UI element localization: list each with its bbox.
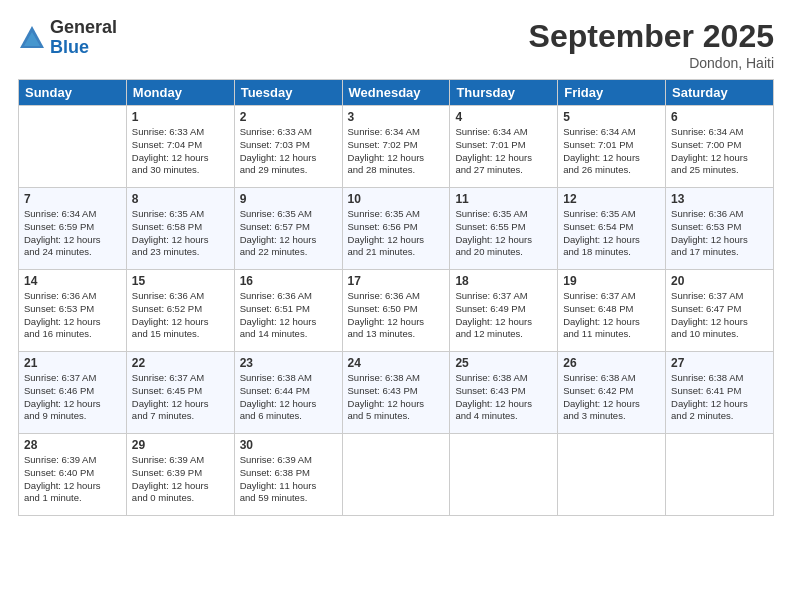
day-number: 9 [240, 192, 337, 206]
calendar-cell: 9Sunrise: 6:35 AM Sunset: 6:57 PM Daylig… [234, 188, 342, 270]
day-number: 25 [455, 356, 552, 370]
calendar-cell: 27Sunrise: 6:38 AM Sunset: 6:41 PM Dayli… [666, 352, 774, 434]
calendar-cell: 4Sunrise: 6:34 AM Sunset: 7:01 PM Daylig… [450, 106, 558, 188]
day-info: Sunrise: 6:37 AM Sunset: 6:45 PM Dayligh… [132, 372, 229, 423]
calendar-cell: 19Sunrise: 6:37 AM Sunset: 6:48 PM Dayli… [558, 270, 666, 352]
calendar-cell: 23Sunrise: 6:38 AM Sunset: 6:44 PM Dayli… [234, 352, 342, 434]
calendar-cell: 2Sunrise: 6:33 AM Sunset: 7:03 PM Daylig… [234, 106, 342, 188]
header-thursday: Thursday [450, 80, 558, 106]
day-number: 24 [348, 356, 445, 370]
calendar-cell: 7Sunrise: 6:34 AM Sunset: 6:59 PM Daylig… [19, 188, 127, 270]
calendar-cell: 1Sunrise: 6:33 AM Sunset: 7:04 PM Daylig… [126, 106, 234, 188]
day-info: Sunrise: 6:38 AM Sunset: 6:44 PM Dayligh… [240, 372, 337, 423]
day-number: 16 [240, 274, 337, 288]
calendar-cell: 26Sunrise: 6:38 AM Sunset: 6:42 PM Dayli… [558, 352, 666, 434]
header-saturday: Saturday [666, 80, 774, 106]
day-info: Sunrise: 6:39 AM Sunset: 6:40 PM Dayligh… [24, 454, 121, 505]
page: General Blue September 2025 Dondon, Hait… [0, 0, 792, 612]
day-number: 19 [563, 274, 660, 288]
calendar-cell: 17Sunrise: 6:36 AM Sunset: 6:50 PM Dayli… [342, 270, 450, 352]
day-number: 2 [240, 110, 337, 124]
day-info: Sunrise: 6:39 AM Sunset: 6:38 PM Dayligh… [240, 454, 337, 505]
day-info: Sunrise: 6:38 AM Sunset: 6:42 PM Dayligh… [563, 372, 660, 423]
calendar-week-4: 21Sunrise: 6:37 AM Sunset: 6:46 PM Dayli… [19, 352, 774, 434]
location: Dondon, Haiti [529, 55, 774, 71]
day-number: 30 [240, 438, 337, 452]
calendar-week-5: 28Sunrise: 6:39 AM Sunset: 6:40 PM Dayli… [19, 434, 774, 516]
weekday-header-row: Sunday Monday Tuesday Wednesday Thursday… [19, 80, 774, 106]
day-number: 7 [24, 192, 121, 206]
day-info: Sunrise: 6:37 AM Sunset: 6:48 PM Dayligh… [563, 290, 660, 341]
day-number: 10 [348, 192, 445, 206]
logo-text: General Blue [50, 18, 117, 58]
day-info: Sunrise: 6:34 AM Sunset: 7:01 PM Dayligh… [455, 126, 552, 177]
calendar-cell [450, 434, 558, 516]
calendar-cell: 8Sunrise: 6:35 AM Sunset: 6:58 PM Daylig… [126, 188, 234, 270]
day-number: 27 [671, 356, 768, 370]
calendar-cell: 29Sunrise: 6:39 AM Sunset: 6:39 PM Dayli… [126, 434, 234, 516]
logo: General Blue [18, 18, 117, 58]
day-info: Sunrise: 6:34 AM Sunset: 7:02 PM Dayligh… [348, 126, 445, 177]
calendar-cell: 21Sunrise: 6:37 AM Sunset: 6:46 PM Dayli… [19, 352, 127, 434]
day-info: Sunrise: 6:34 AM Sunset: 7:00 PM Dayligh… [671, 126, 768, 177]
day-number: 20 [671, 274, 768, 288]
day-number: 12 [563, 192, 660, 206]
day-info: Sunrise: 6:35 AM Sunset: 6:55 PM Dayligh… [455, 208, 552, 259]
day-info: Sunrise: 6:35 AM Sunset: 6:56 PM Dayligh… [348, 208, 445, 259]
day-info: Sunrise: 6:38 AM Sunset: 6:43 PM Dayligh… [348, 372, 445, 423]
day-info: Sunrise: 6:38 AM Sunset: 6:43 PM Dayligh… [455, 372, 552, 423]
day-info: Sunrise: 6:36 AM Sunset: 6:52 PM Dayligh… [132, 290, 229, 341]
month-title: September 2025 [529, 18, 774, 55]
day-info: Sunrise: 6:36 AM Sunset: 6:50 PM Dayligh… [348, 290, 445, 341]
calendar-week-3: 14Sunrise: 6:36 AM Sunset: 6:53 PM Dayli… [19, 270, 774, 352]
calendar-cell: 15Sunrise: 6:36 AM Sunset: 6:52 PM Dayli… [126, 270, 234, 352]
calendar-cell: 6Sunrise: 6:34 AM Sunset: 7:00 PM Daylig… [666, 106, 774, 188]
day-number: 6 [671, 110, 768, 124]
day-info: Sunrise: 6:37 AM Sunset: 6:46 PM Dayligh… [24, 372, 121, 423]
calendar-week-1: 1Sunrise: 6:33 AM Sunset: 7:04 PM Daylig… [19, 106, 774, 188]
day-number: 26 [563, 356, 660, 370]
calendar-cell: 22Sunrise: 6:37 AM Sunset: 6:45 PM Dayli… [126, 352, 234, 434]
calendar-cell: 20Sunrise: 6:37 AM Sunset: 6:47 PM Dayli… [666, 270, 774, 352]
calendar-cell: 16Sunrise: 6:36 AM Sunset: 6:51 PM Dayli… [234, 270, 342, 352]
calendar-cell: 10Sunrise: 6:35 AM Sunset: 6:56 PM Dayli… [342, 188, 450, 270]
header-sunday: Sunday [19, 80, 127, 106]
header-friday: Friday [558, 80, 666, 106]
day-info: Sunrise: 6:33 AM Sunset: 7:04 PM Dayligh… [132, 126, 229, 177]
calendar-cell [342, 434, 450, 516]
day-number: 17 [348, 274, 445, 288]
day-info: Sunrise: 6:33 AM Sunset: 7:03 PM Dayligh… [240, 126, 337, 177]
day-number: 23 [240, 356, 337, 370]
day-info: Sunrise: 6:36 AM Sunset: 6:51 PM Dayligh… [240, 290, 337, 341]
day-number: 28 [24, 438, 121, 452]
logo-general-text: General [50, 18, 117, 38]
day-info: Sunrise: 6:39 AM Sunset: 6:39 PM Dayligh… [132, 454, 229, 505]
calendar-cell: 25Sunrise: 6:38 AM Sunset: 6:43 PM Dayli… [450, 352, 558, 434]
logo-blue-text: Blue [50, 38, 117, 58]
day-number: 21 [24, 356, 121, 370]
calendar-cell: 14Sunrise: 6:36 AM Sunset: 6:53 PM Dayli… [19, 270, 127, 352]
day-info: Sunrise: 6:34 AM Sunset: 7:01 PM Dayligh… [563, 126, 660, 177]
day-number: 3 [348, 110, 445, 124]
calendar-cell: 12Sunrise: 6:35 AM Sunset: 6:54 PM Dayli… [558, 188, 666, 270]
day-info: Sunrise: 6:35 AM Sunset: 6:54 PM Dayligh… [563, 208, 660, 259]
day-number: 11 [455, 192, 552, 206]
day-info: Sunrise: 6:36 AM Sunset: 6:53 PM Dayligh… [24, 290, 121, 341]
day-number: 29 [132, 438, 229, 452]
day-number: 13 [671, 192, 768, 206]
calendar-table: Sunday Monday Tuesday Wednesday Thursday… [18, 79, 774, 516]
day-info: Sunrise: 6:35 AM Sunset: 6:57 PM Dayligh… [240, 208, 337, 259]
day-info: Sunrise: 6:38 AM Sunset: 6:41 PM Dayligh… [671, 372, 768, 423]
title-block: September 2025 Dondon, Haiti [529, 18, 774, 71]
calendar-cell: 28Sunrise: 6:39 AM Sunset: 6:40 PM Dayli… [19, 434, 127, 516]
calendar-cell: 11Sunrise: 6:35 AM Sunset: 6:55 PM Dayli… [450, 188, 558, 270]
day-info: Sunrise: 6:37 AM Sunset: 6:47 PM Dayligh… [671, 290, 768, 341]
calendar-cell: 13Sunrise: 6:36 AM Sunset: 6:53 PM Dayli… [666, 188, 774, 270]
day-info: Sunrise: 6:37 AM Sunset: 6:49 PM Dayligh… [455, 290, 552, 341]
calendar-cell: 3Sunrise: 6:34 AM Sunset: 7:02 PM Daylig… [342, 106, 450, 188]
day-number: 4 [455, 110, 552, 124]
day-number: 15 [132, 274, 229, 288]
day-number: 22 [132, 356, 229, 370]
calendar-cell [666, 434, 774, 516]
day-number: 5 [563, 110, 660, 124]
